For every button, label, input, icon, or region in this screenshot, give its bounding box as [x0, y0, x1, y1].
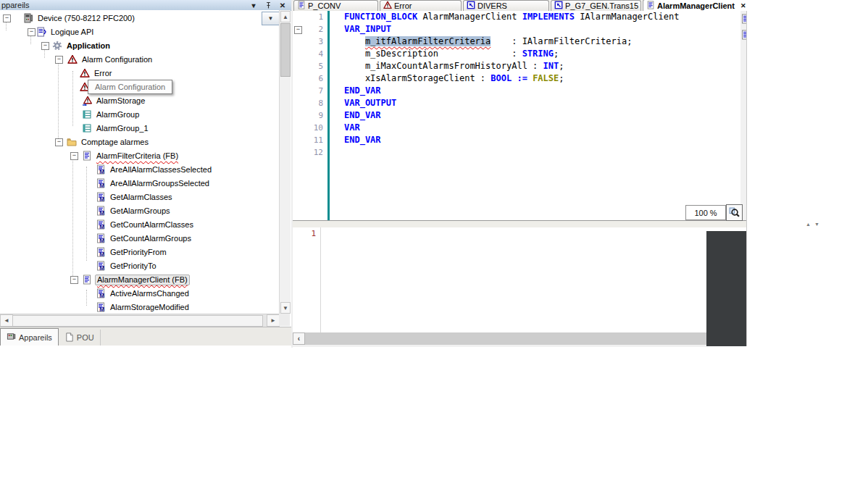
- tree-item-label[interactable]: GetCountAlarmGroups: [109, 233, 193, 244]
- tree-item-label[interactable]: GetPriorityTo: [109, 261, 158, 272]
- tree-item-label[interactable]: ActiveAlarmsChanged: [109, 288, 191, 299]
- tree-collapse-icon[interactable]: −: [70, 152, 78, 160]
- scroll-left-icon[interactable]: ◄: [0, 314, 13, 327]
- tree-collapse-icon[interactable]: −: [55, 56, 63, 64]
- tree-item-label[interactable]: Device (750-8212 PFC200): [36, 13, 136, 24]
- editor-tab-p-conv[interactable]: P_CONV: [293, 0, 378, 11]
- tree-collapse-icon[interactable]: −: [28, 28, 36, 36]
- tree-item-alarmmanagerclient-fb-[interactable]: −AlarmManagerClient (FB): [0, 273, 279, 287]
- tree-item-label[interactable]: GetPriorityFrom: [109, 247, 168, 258]
- tree-item-label[interactable]: GetCountAlarmClasses: [109, 219, 195, 230]
- code-text[interactable]: [330, 146, 344, 159]
- splitter-down-icon[interactable]: ▼: [814, 221, 819, 227]
- editor-tab-error[interactable]: Error: [380, 0, 462, 11]
- tree-collapse-icon[interactable]: −: [3, 14, 11, 22]
- scroll-up-icon[interactable]: ▲: [280, 11, 291, 22]
- implementation-body[interactable]: [321, 227, 746, 332]
- tree-vertical-scrollbar[interactable]: ▲ ▼: [279, 10, 291, 314]
- code-text[interactable]: m_sDescription : STRING;: [330, 48, 559, 60]
- tree-item-label[interactable]: AlarmFilterCriteria (FB): [95, 151, 180, 162]
- tree-item-device-750-8212-pfc200-[interactable]: −Device (750-8212 PFC200): [0, 12, 279, 25]
- code-text[interactable]: m_iMaxCountAlarmsFromHistoryAll : INT;: [330, 60, 564, 72]
- magnifier-icon[interactable]: [726, 204, 743, 221]
- splitter-up-icon[interactable]: ▲: [806, 221, 811, 227]
- code-line-9[interactable]: 9END_VAR: [293, 109, 746, 122]
- code-text[interactable]: VAR: [330, 122, 360, 134]
- tree-item-activealarmschanged[interactable]: MActiveAlarmsChanged: [0, 287, 279, 301]
- tree-item-areallalarmclassesselected[interactable]: MAreAllAlarmClassesSelected: [0, 163, 279, 177]
- declaration-editor[interactable]: 1FUNCTION_BLOCK AlarmManagerClient IMPLE…: [293, 11, 746, 221]
- tree-item-getalarmclasses[interactable]: MGetAlarmClasses: [0, 191, 279, 204]
- tree-item-label[interactable]: Logique API: [49, 27, 95, 38]
- tree-horizontal-scrollbar[interactable]: ◄ ►: [0, 314, 279, 327]
- editor-splitter[interactable]: ▲ ▼: [293, 221, 746, 227]
- tree-item-label[interactable]: GetAlarmClasses: [109, 192, 174, 203]
- code-line-11[interactable]: 11END_VAR: [293, 134, 746, 146]
- editor-tab-p-g7-gen-trans15[interactable]: P_G7_GEN.Trans15: [551, 0, 641, 11]
- tree-item-getalarmgroups[interactable]: MGetAlarmGroups: [0, 204, 279, 218]
- tree-item-label[interactable]: GetAlarmGroups: [109, 206, 172, 217]
- code-line-7[interactable]: 7END_VAR: [293, 85, 746, 97]
- tree-item-alarmstorage[interactable]: AlarmStorage: [0, 94, 279, 108]
- tree-item-getcountalarmclasses[interactable]: MGetCountAlarmClasses: [0, 218, 279, 232]
- code-text[interactable]: END_VAR: [330, 85, 381, 97]
- tree-item-application[interactable]: −Application: [0, 39, 279, 53]
- code-fold-icon[interactable]: −: [294, 26, 302, 34]
- tree-item-label[interactable]: Alarm Configuration: [80, 54, 154, 65]
- tree-vscroll-thumb[interactable]: [280, 23, 291, 77]
- tree-item-alarmgroup[interactable]: AlarmGroup: [0, 108, 279, 122]
- tree-item-getcountalarmgroups[interactable]: MGetCountAlarmGroups: [0, 232, 279, 246]
- scroll-right-icon[interactable]: ►: [267, 314, 280, 327]
- code-line-5[interactable]: 5 m_iMaxCountAlarmsFromHistoryAll : INT;: [293, 60, 746, 72]
- panel-close-icon[interactable]: ✕: [278, 1, 287, 9]
- panel-tab-pou[interactable]: POU: [59, 330, 101, 346]
- panel-tab-appareils[interactable]: Appareils: [0, 328, 59, 346]
- code-line-8[interactable]: 8VAR_OUTPUT: [293, 97, 746, 109]
- code-text[interactable]: FUNCTION_BLOCK AlarmManagerClient IMPLEM…: [330, 11, 679, 23]
- tree-item-alarmfiltercriteria-fb-[interactable]: −AlarmFilterCriteria (FB): [0, 149, 279, 163]
- tree-item-label[interactable]: AreAllAlarmGroupsSelected: [109, 178, 211, 189]
- device-combo-dropdown[interactable]: ▼: [262, 12, 280, 25]
- tree-item-label[interactable]: AlarmGroup_1: [95, 123, 150, 134]
- tree-item-label[interactable]: AreAllAlarmClassesSelected: [109, 164, 213, 175]
- implementation-editor[interactable]: 1: [293, 227, 746, 332]
- code-line-10[interactable]: 10VAR: [293, 122, 746, 134]
- code-text[interactable]: m_itfAlarmFilterCriteria : IAlarmFilterC…: [330, 35, 632, 48]
- code-text[interactable]: xIsAlarmStorageClient : BOOL := FALSE;: [330, 72, 564, 85]
- code-line-1[interactable]: 1FUNCTION_BLOCK AlarmManagerClient IMPLE…: [293, 11, 746, 23]
- scroll-down-icon[interactable]: ▼: [280, 302, 291, 314]
- tree-item-getpriorityto[interactable]: MGetPriorityTo: [0, 259, 279, 273]
- tree-item-label[interactable]: AlarmGroup: [95, 109, 141, 120]
- tree-item-alarmstoragemodified[interactable]: MAlarmStorageModified: [0, 301, 279, 314]
- code-text[interactable]: END_VAR: [330, 109, 381, 122]
- tree-item-label[interactable]: AlarmManagerClient (FB): [95, 275, 190, 285]
- clipped-toolbar-icon[interactable]: [740, 30, 746, 41]
- tree-item-label[interactable]: Application: [65, 41, 112, 51]
- tree-collapse-icon[interactable]: −: [70, 276, 78, 284]
- tree-collapse-icon[interactable]: −: [41, 42, 49, 50]
- tree-item-comptage-alarmes[interactable]: −Comptage alarmes: [0, 135, 279, 149]
- tree-item-alarm-configuration[interactable]: −Alarm Configuration: [0, 53, 279, 67]
- code-line-4[interactable]: 4 m_sDescription : STRING;: [293, 48, 746, 60]
- tab-close-icon[interactable]: ✕: [740, 2, 746, 9]
- tree-item-error[interactable]: Error: [0, 67, 279, 80]
- tree-item-logique-api[interactable]: −Logique API: [0, 25, 279, 39]
- tree-item-label[interactable]: Error: [93, 68, 113, 79]
- code-line-3[interactable]: 3 m_itfAlarmFilterCriteria : IAlarmFilte…: [293, 35, 746, 48]
- tree-item-alarmgroup-1[interactable]: AlarmGroup_1: [0, 122, 279, 135]
- code-line-6[interactable]: 6 xIsAlarmStorageClient : BOOL := FALSE;: [293, 72, 746, 85]
- editor-tab-alarmmanagerclient[interactable]: AlarmManagerClient✕: [643, 0, 747, 11]
- editor-tab-divers[interactable]: DIVERS: [463, 0, 549, 11]
- scroll-left-icon[interactable]: ‹: [293, 332, 305, 345]
- tree-item-getpriorityfrom[interactable]: MGetPriorityFrom: [0, 246, 279, 259]
- code-text[interactable]: END_VAR: [330, 134, 381, 146]
- code-line-12[interactable]: 12: [293, 146, 746, 159]
- code-text[interactable]: VAR_OUTPUT: [330, 97, 396, 109]
- tree-item-label[interactable]: Comptage alarmes: [80, 137, 150, 148]
- panel-pin-icon[interactable]: [264, 1, 272, 9]
- editor-horizontal-scrollbar[interactable]: ‹: [293, 332, 706, 345]
- tree-item-label[interactable]: AlarmStorage: [95, 96, 146, 106]
- tree-hscroll-thumb[interactable]: [12, 315, 263, 327]
- tree-collapse-icon[interactable]: −: [55, 138, 63, 146]
- clipped-toolbar-icon[interactable]: [740, 14, 746, 25]
